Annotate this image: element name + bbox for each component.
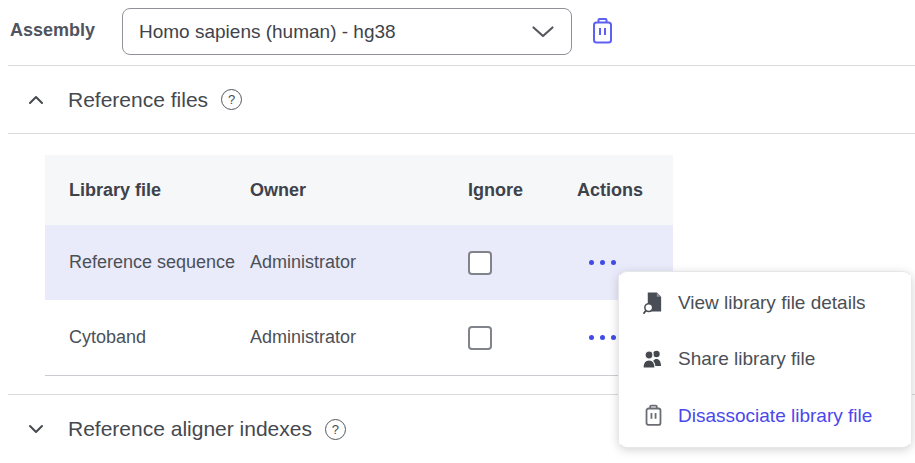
view-file-details-icon: [641, 291, 665, 315]
owner-name: Administrator: [250, 327, 468, 348]
chevron-down-icon: [28, 424, 44, 434]
chevron-down-icon: [531, 25, 555, 39]
ignore-checkbox[interactable]: [468, 251, 492, 275]
assembly-label: Assembly: [10, 20, 95, 41]
menu-item-disassociate-library-file[interactable]: Disassociate library file: [619, 388, 911, 444]
section-reference-files[interactable]: Reference files ?: [0, 66, 915, 133]
share-users-icon: [641, 349, 665, 369]
table-row: Reference sequence Administrator: [45, 225, 673, 300]
trash-icon: [590, 17, 615, 45]
table-header-row: Library file Owner Ignore Actions: [45, 155, 673, 225]
menu-item-view-library-file-details[interactable]: View library file details: [619, 275, 911, 331]
menu-item-share-library-file[interactable]: Share library file: [619, 331, 911, 387]
divider: [8, 133, 915, 134]
table-row: Cytoband Administrator: [45, 300, 673, 375]
trash-icon: [641, 404, 665, 427]
menu-item-label: Share library file: [678, 348, 815, 370]
help-icon[interactable]: ?: [325, 419, 346, 440]
owner-name: Administrator: [250, 252, 468, 273]
assembly-config-panel: Assembly Homo sapiens (human) - hg38 Ref…: [0, 0, 915, 463]
menu-item-label: Disassociate library file: [678, 405, 872, 427]
row-actions-button[interactable]: [587, 254, 697, 271]
help-icon[interactable]: ?: [221, 89, 242, 110]
delete-assembly-button[interactable]: [584, 12, 620, 50]
column-header-owner: Owner: [250, 180, 468, 201]
assembly-select[interactable]: Homo sapiens (human) - hg38: [122, 8, 572, 55]
section-title: Reference files: [68, 88, 208, 112]
ignore-checkbox[interactable]: [468, 326, 492, 350]
row-actions-menu: View library file details Share library …: [618, 271, 912, 448]
library-file-name: Reference sequence: [69, 252, 250, 273]
section-title: Reference aligner indexes: [68, 417, 312, 441]
library-files-table: Library file Owner Ignore Actions Refere…: [45, 155, 673, 376]
assembly-select-value: Homo sapiens (human) - hg38: [139, 21, 531, 43]
library-file-name: Cytoband: [69, 327, 250, 348]
chevron-up-icon: [28, 95, 44, 105]
column-header-library-file: Library file: [69, 180, 250, 201]
column-header-actions: Actions: [577, 180, 697, 201]
menu-item-label: View library file details: [678, 292, 866, 314]
column-header-ignore: Ignore: [468, 180, 577, 201]
